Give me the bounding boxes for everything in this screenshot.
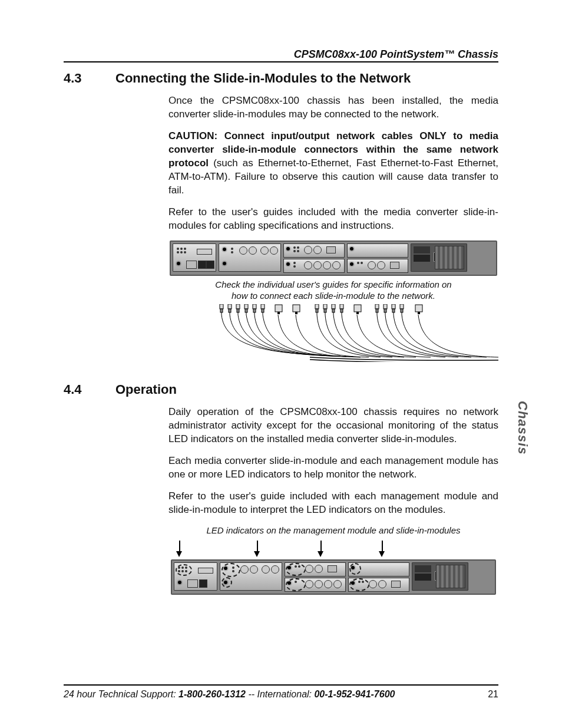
connector-plugs-row: [90,104,118,132,146,160,186,216,252,266,…: [168, 303, 498, 362]
svg-rect-25: [323, 304, 327, 309]
svg-rect-15: [261, 304, 265, 309]
page-footer: 24 hour Technical Support: 1-800-260-131…: [64, 684, 498, 700]
module-slot: [283, 243, 345, 273]
chassis-front-diagram-2: [171, 559, 496, 595]
footer-sep: -- International:: [246, 689, 315, 699]
svg-rect-13: [253, 309, 256, 312]
figure-connect-modules: Check the individual user's guides for s…: [168, 241, 498, 362]
section-4-4-title: Operation: [115, 382, 177, 397]
running-head: CPSMC08xx-100 PointSystem™ Chassis: [64, 48, 498, 61]
mgmt-module-slot: [174, 562, 217, 591]
svg-rect-4: [229, 309, 231, 312]
s43-para-1: Once the CPSMC08xx-100 chassis has been …: [168, 94, 498, 121]
figure-1-caption: Check the individual user's guides for s…: [180, 279, 487, 302]
s43-caution: CAUTION: Connect input/output network ca…: [168, 130, 498, 197]
rj45-plug-icon: [275, 304, 283, 315]
fiber-plug-icon: [322, 304, 329, 315]
s44-para-3: Refer to the user's guide included with …: [168, 490, 498, 517]
svg-rect-16: [262, 309, 264, 312]
power-slot: [411, 243, 467, 272]
rj45-plug-icon: [415, 304, 423, 315]
svg-rect-23: [316, 309, 318, 312]
svg-rect-31: [340, 304, 343, 309]
fiber-plug-icon: [390, 304, 397, 315]
s44-para-2: Each media converter slide-in-module and…: [168, 454, 498, 482]
s43-para-3: Refer to the user's guides included with…: [168, 206, 498, 233]
svg-rect-28: [332, 304, 335, 309]
svg-rect-40: [384, 309, 386, 312]
footer-support: 24 hour Technical Support: 1-800-260-131…: [64, 689, 395, 700]
svg-rect-0: [220, 304, 223, 309]
module-slot: [220, 562, 282, 591]
svg-rect-29: [332, 309, 335, 312]
svg-rect-35: [356, 312, 359, 314]
svg-rect-42: [392, 304, 395, 309]
fiber-plug-icon: [234, 304, 242, 315]
section-4-3-body: Once the CPSMC08xx-100 chassis has been …: [168, 94, 498, 232]
svg-rect-19: [277, 312, 280, 314]
figure-1-caption-l1: Check the individual user's guides for s…: [215, 279, 451, 289]
section-4-4-number: 4.4: [64, 382, 92, 397]
fiber-plug-icon: [218, 304, 225, 315]
svg-rect-49: [418, 312, 420, 314]
svg-rect-10: [245, 309, 247, 312]
svg-rect-20: [293, 305, 300, 312]
figure-2-caption: LED indicators on the management module …: [180, 525, 487, 536]
footer-rule: [64, 684, 498, 686]
svg-rect-3: [228, 304, 232, 309]
fiber-plug-icon: [398, 304, 405, 315]
section-4-3-title: Connecting the Slide-in-Modules to the N…: [115, 71, 411, 86]
svg-rect-7: [237, 309, 239, 312]
svg-rect-6: [236, 304, 240, 309]
caution-tail: (such as Ethernet-to-Ethernet, Fast Ethe…: [168, 157, 498, 196]
section-4-3-number: 4.3: [64, 71, 92, 86]
s44-para-1: Daily operation of the CPSMC08xx-100 cha…: [168, 406, 498, 446]
fiber-plug-icon: [313, 304, 320, 315]
header-rule: [64, 61, 498, 62]
svg-rect-46: [401, 309, 403, 312]
power-slot: [412, 562, 468, 591]
fiber-plug-icon: [251, 304, 258, 315]
svg-rect-32: [340, 309, 343, 312]
figure-1-caption-l2: how to connect each slide-in-module to t…: [232, 291, 435, 301]
chassis-front-diagram-1: [170, 241, 497, 276]
svg-rect-22: [315, 304, 319, 309]
svg-rect-9: [244, 304, 248, 309]
svg-rect-12: [253, 304, 256, 309]
side-tab-chassis: Chassis: [515, 401, 530, 454]
svg-rect-48: [415, 305, 422, 312]
footer-support-label: 24 hour Technical Support:: [64, 689, 178, 699]
fiber-plug-icon: [259, 304, 266, 315]
fiber-plug-icon: [226, 304, 233, 315]
led-callout-arrows: [168, 541, 498, 557]
svg-rect-18: [275, 305, 282, 312]
section-4-4-heading: 4.4 Operation: [64, 382, 498, 397]
fiber-plug-icon: [338, 304, 345, 315]
module-slot: [219, 243, 281, 272]
module-slot: [348, 562, 409, 592]
fiber-plug-icon: [382, 304, 389, 315]
module-slot: [347, 243, 408, 273]
mgmt-module-slot: [173, 243, 216, 272]
svg-rect-1: [220, 309, 223, 312]
svg-rect-45: [400, 304, 404, 309]
fiber-plug-icon: [373, 304, 381, 315]
rj45-plug-icon: [353, 304, 362, 315]
module-slot: [285, 562, 346, 592]
svg-rect-39: [384, 304, 387, 309]
fiber-plug-icon: [330, 304, 337, 315]
section-4-4-body: Daily operation of the CPSMC08xx-100 cha…: [168, 406, 498, 595]
rj45-plug-icon: [292, 304, 300, 315]
svg-rect-34: [354, 305, 361, 312]
fiber-plug-icon: [243, 304, 250, 315]
svg-rect-26: [324, 309, 326, 312]
svg-rect-43: [392, 309, 395, 312]
section-4-3-heading: 4.3 Connecting the Slide-in-Modules to t…: [64, 71, 498, 86]
footer-support-phone: 1-800-260-1312: [178, 689, 246, 699]
footer-intl-phone: 00-1-952-941-7600: [314, 689, 395, 699]
svg-rect-36: [375, 304, 379, 309]
svg-rect-37: [376, 309, 378, 312]
svg-rect-21: [295, 312, 297, 314]
page-number: 21: [488, 689, 498, 700]
